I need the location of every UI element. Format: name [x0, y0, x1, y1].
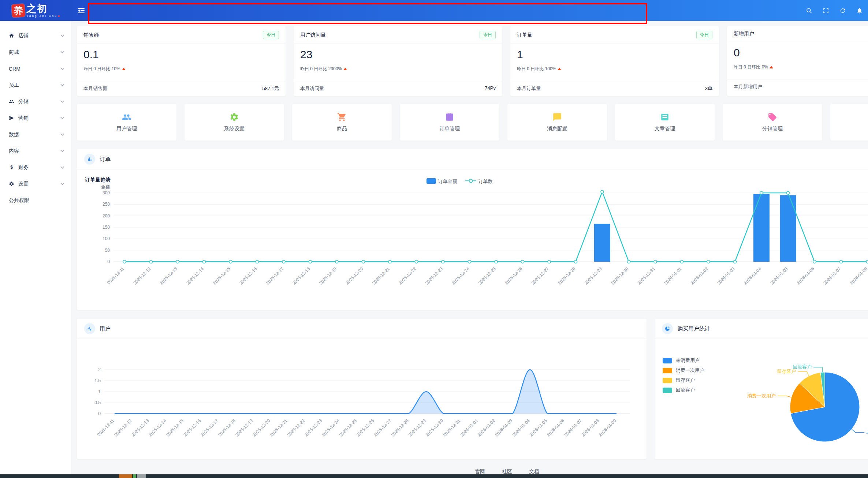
quick-action-card[interactable] — [830, 104, 868, 141]
stat-card-title: 销售额 — [83, 32, 99, 38]
quick-action-label: 文章管理 — [655, 126, 675, 132]
svg-text:300: 300 — [103, 190, 110, 195]
svg-text:2026-01-01: 2026-01-01 — [663, 266, 683, 286]
svg-text:2025-12-28: 2025-12-28 — [390, 418, 410, 438]
logo-seal: 养 — [11, 3, 25, 17]
svg-text:2: 2 — [98, 367, 101, 372]
user-chart: 00.511.522025-12-112025-12-122025-12-132… — [84, 344, 637, 454]
svg-text:2025-12-25: 2025-12-25 — [477, 266, 497, 286]
svg-text:2025-12-11: 2025-12-11 — [106, 266, 125, 285]
stat-card-footer-label: 本月新增用户 — [734, 83, 762, 90]
svg-text:2025-12-23: 2025-12-23 — [424, 266, 444, 286]
sidebar-item-6[interactable]: 数据 — [0, 126, 71, 143]
svg-text:2025-12-25: 2025-12-25 — [338, 418, 358, 438]
svg-text:250: 250 — [103, 202, 110, 207]
sidebar-item-10[interactable]: 公共权限 — [0, 192, 71, 209]
app-logo: 养 之初 Yang Zhi Chu — [0, 0, 71, 21]
stat-card-subtext: 昨日 0 日环比 0% — [734, 64, 768, 70]
refresh-icon[interactable] — [839, 7, 846, 14]
svg-text:2025-12-26: 2025-12-26 — [504, 266, 524, 286]
legend-chip-bar — [426, 178, 436, 184]
sidebar-item-label: 数据 — [9, 131, 19, 138]
stat-card-value: 1 — [517, 48, 712, 61]
svg-text:200: 200 — [103, 213, 110, 219]
chevron-down-icon — [60, 166, 64, 169]
notification-bell-icon[interactable] — [856, 7, 863, 14]
order-chart: 050100150200250300金额2025-12-112025-12-12… — [84, 184, 868, 305]
sidebar-collapse-icon[interactable] — [78, 8, 85, 14]
sidebar-item-7[interactable]: 内容 — [0, 143, 71, 159]
svg-text:2025-12-30: 2025-12-30 — [425, 418, 444, 438]
svg-text:100: 100 — [103, 236, 110, 241]
legend-chip-line — [465, 179, 476, 183]
order-panel: 订单 订单量趋势 订单金额 订单数 050100150200250300金额20… — [77, 149, 868, 310]
sidebar-item-8[interactable]: $ 财务 — [0, 159, 71, 176]
order-panel-title: 订单 — [100, 156, 111, 163]
svg-text:2025-12-19: 2025-12-19 — [234, 418, 254, 438]
quick-action-card[interactable]: 系统设置 — [185, 104, 284, 141]
chevron-down-icon — [60, 100, 64, 103]
fullscreen-icon[interactable] — [823, 7, 829, 14]
stat-card: 订单量 今日 1 昨日 0 日环比 100% 本月订单量 3单 — [510, 26, 719, 96]
top-navbar: 养 之初 Yang Zhi Chu — [0, 0, 868, 21]
send-icon — [9, 115, 15, 121]
svg-text:2025-12-29: 2025-12-29 — [584, 266, 603, 286]
sidebar-item-5[interactable]: 营销 — [0, 110, 71, 126]
quick-action-card[interactable]: 分销管理 — [723, 104, 822, 141]
svg-text:2026-01-03: 2026-01-03 — [716, 266, 736, 286]
svg-text:2025-12-11: 2025-12-11 — [96, 418, 115, 437]
sidebar-item-3[interactable]: 员工 — [0, 77, 71, 93]
status-bar-segment — [133, 474, 136, 478]
sidebar-item-0[interactable]: 店铺 — [0, 27, 71, 44]
tag-icon — [768, 112, 777, 122]
svg-text:2025-12-27: 2025-12-27 — [530, 266, 550, 286]
users-icon — [9, 99, 15, 105]
sidebar-item-1[interactable]: 商城 — [0, 44, 71, 60]
sidebar-item-label: 商城 — [9, 49, 19, 56]
stat-card-value: 0.1 — [83, 48, 279, 61]
quick-action-label: 订单管理 — [439, 126, 460, 132]
svg-text:2025-12-17: 2025-12-17 — [265, 266, 285, 286]
sidebar-item-2[interactable]: CRM — [0, 60, 71, 77]
svg-text:2025-12-24: 2025-12-24 — [451, 266, 470, 286]
svg-text:2025-12-18: 2025-12-18 — [217, 418, 237, 438]
quick-action-card[interactable]: 消息配置 — [507, 104, 607, 141]
pie-legend-chip — [663, 358, 672, 363]
svg-text:2025-12-26: 2025-12-26 — [355, 418, 375, 438]
quick-action-card[interactable]: 文章管理 — [615, 104, 715, 141]
search-icon[interactable] — [806, 7, 812, 14]
sidebar-item-label: 员工 — [9, 82, 19, 89]
sidebar-item-label: 财务 — [18, 164, 29, 171]
svg-text:2025-12-13: 2025-12-13 — [130, 418, 150, 438]
svg-text:2025-12-15: 2025-12-15 — [212, 266, 232, 286]
quick-action-card[interactable]: 订单管理 — [400, 104, 499, 141]
quick-action-label: 商品 — [337, 126, 347, 132]
chevron-down-icon — [60, 133, 64, 136]
svg-text:2026-01-06: 2026-01-06 — [796, 266, 816, 286]
stat-card-value: 23 — [300, 48, 496, 61]
quick-action-label: 分销管理 — [762, 126, 783, 132]
order-section-icon — [84, 154, 95, 165]
svg-text:2025-12-24: 2025-12-24 — [321, 418, 340, 438]
quick-action-card[interactable]: 用户管理 — [77, 104, 176, 141]
sidebar-item-4[interactable]: 分销 — [0, 93, 71, 110]
sidebar-item-label: 分销 — [18, 98, 29, 105]
chevron-down-icon — [60, 84, 64, 86]
quick-action-card[interactable]: 商品 — [292, 104, 392, 141]
svg-text:2025-12-18: 2025-12-18 — [291, 266, 311, 286]
sidebar-item-9[interactable]: 设置 — [0, 176, 71, 192]
stat-card-subtext: 昨日 0 日环比 10% — [83, 66, 120, 72]
sidebar-item-label: 营销 — [18, 115, 29, 122]
legend-item-order-count[interactable]: 订单数 — [465, 178, 493, 185]
trend-up-icon — [770, 66, 773, 68]
stat-card-subtext: 昨日 0 日环比 2300% — [300, 66, 342, 72]
trend-up-icon — [122, 68, 126, 70]
svg-text:2026-01-05: 2026-01-05 — [769, 266, 789, 286]
svg-text:2026-01-06: 2026-01-06 — [546, 418, 566, 438]
stat-card-footer-label: 本月订单量 — [517, 85, 541, 92]
purchase-pie-chart: 未消费用户消费一次用户留存客户回流客户 — [688, 341, 868, 451]
chevron-down-icon — [60, 67, 64, 70]
svg-text:2025-12-12: 2025-12-12 — [132, 266, 152, 286]
svg-text:2025-12-28: 2025-12-28 — [557, 266, 577, 286]
legend-item-order-amount[interactable]: 订单金额 — [426, 178, 457, 185]
